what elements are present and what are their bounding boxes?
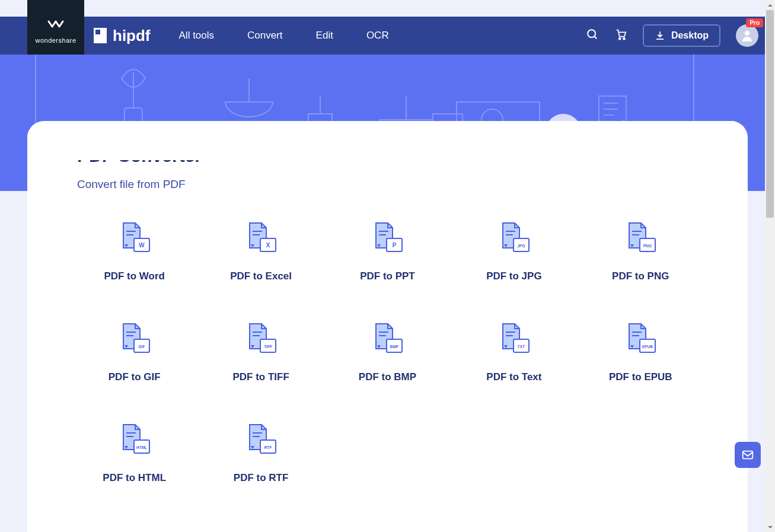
- brand-wondershare[interactable]: wondershare: [27, 0, 84, 55]
- desktop-button-label: Desktop: [671, 30, 709, 41]
- tool-pdf-to-text[interactable]: TXT PDF to Text: [457, 320, 571, 383]
- svg-text:BMP: BMP: [390, 345, 399, 349]
- tool-icon-pdf-to-ppt: P: [369, 219, 406, 255]
- scroll-thumb[interactable]: [766, 10, 774, 218]
- svg-text:X: X: [266, 242, 270, 249]
- avatar-icon: [740, 28, 754, 43]
- svg-point-2: [588, 30, 595, 37]
- tool-label: PDF to Word: [104, 270, 165, 282]
- tool-label: PDF to Text: [486, 371, 541, 383]
- tool-pdf-to-jpg[interactable]: JPG PDF to JPG: [457, 219, 571, 282]
- tool-label: PDF to HTML: [103, 472, 166, 484]
- svg-text:TXT: TXT: [518, 345, 525, 349]
- hipdf-logo-icon: [94, 28, 107, 43]
- svg-text:P: P: [393, 242, 397, 249]
- tool-icon-pdf-to-word: W: [116, 219, 153, 255]
- scrollbar[interactable]: [765, 0, 775, 532]
- tool-pdf-to-ppt[interactable]: P PDF to PPT: [330, 219, 445, 282]
- tool-pdf-to-rtf[interactable]: RTF PDF to RTF: [203, 421, 318, 484]
- scroll-up-arrow[interactable]: [765, 0, 775, 10]
- tool-label: PDF to PPT: [360, 270, 415, 282]
- download-icon: [655, 30, 665, 41]
- svg-point-6: [745, 31, 750, 36]
- cart-icon[interactable]: [614, 28, 627, 43]
- svg-point-5: [623, 38, 625, 40]
- svg-text:GIF: GIF: [138, 345, 145, 349]
- tool-label: PDF to RTF: [234, 472, 289, 484]
- header: hipdf All tools Convert Edit OCR Desktop: [0, 17, 775, 55]
- svg-text:EPUB: EPUB: [642, 345, 653, 349]
- scroll-down-arrow[interactable]: [765, 522, 775, 532]
- avatar[interactable]: Pro: [736, 24, 758, 47]
- svg-text:TIFF: TIFF: [264, 345, 272, 349]
- tool-icon-pdf-to-bmp: BMP: [369, 320, 406, 356]
- tool-pdf-to-word[interactable]: W PDF to Word: [77, 219, 192, 282]
- svg-text:RTF: RTF: [264, 445, 272, 450]
- page-subtitle: Convert file from PDF: [77, 178, 698, 191]
- svg-line-3: [594, 36, 597, 39]
- page-title: PDF Converter: [77, 146, 698, 166]
- tool-label: PDF to JPG: [486, 270, 542, 282]
- hipdf-logo[interactable]: hipdf: [94, 27, 151, 45]
- tool-pdf-to-html[interactable]: HTML PDF to HTML: [77, 421, 192, 484]
- svg-text:HTML: HTML: [136, 445, 147, 450]
- nav-convert[interactable]: Convert: [247, 30, 283, 42]
- tool-label: PDF to PNG: [612, 270, 669, 282]
- tool-icon-pdf-to-rtf: RTF: [243, 421, 279, 457]
- brand-label: wondershare: [35, 37, 76, 44]
- tool-pdf-to-png[interactable]: PNG PDF to PNG: [583, 219, 698, 282]
- main-nav: All tools Convert Edit OCR: [179, 30, 389, 42]
- tool-icon-pdf-to-text: TXT: [496, 320, 532, 356]
- tool-label: PDF to TIFF: [232, 371, 289, 383]
- tool-pdf-to-excel[interactable]: X PDF to Excel: [203, 219, 318, 282]
- tool-pdf-to-bmp[interactable]: BMP PDF to BMP: [330, 320, 445, 383]
- tool-label: PDF to Excel: [230, 270, 292, 282]
- tool-icon-pdf-to-gif: GIF: [116, 320, 153, 356]
- desktop-download-button[interactable]: Desktop: [643, 24, 720, 47]
- nav-edit[interactable]: Edit: [316, 30, 333, 42]
- svg-text:W: W: [139, 242, 145, 249]
- feedback-button[interactable]: [735, 442, 761, 468]
- tool-icon-pdf-to-epub: EPUB: [622, 320, 659, 356]
- tool-icon-pdf-to-html: HTML: [116, 421, 153, 457]
- search-icon[interactable]: [586, 28, 599, 43]
- svg-rect-75: [743, 451, 753, 459]
- tool-pdf-to-gif[interactable]: GIF PDF to GIF: [77, 320, 192, 383]
- hipdf-logo-text: hipdf: [113, 27, 151, 45]
- tool-pdf-to-tiff[interactable]: TIFF PDF to TIFF: [203, 320, 318, 383]
- tool-label: PDF to BMP: [359, 371, 416, 383]
- pro-badge: Pro: [746, 18, 763, 27]
- tool-icon-pdf-to-png: PNG: [622, 219, 659, 255]
- tool-pdf-to-epub[interactable]: EPUB PDF to EPUB: [583, 320, 698, 383]
- svg-text:JPG: JPG: [517, 244, 525, 248]
- tools-grid: W PDF to Word X PDF to Excel P PDF t: [77, 219, 698, 484]
- nav-all-tools[interactable]: All tools: [179, 30, 215, 42]
- mail-icon: [741, 448, 754, 461]
- tool-icon-pdf-to-tiff: TIFF: [243, 320, 279, 356]
- svg-text:PNG: PNG: [643, 244, 652, 248]
- svg-point-4: [619, 38, 621, 40]
- tool-icon-pdf-to-jpg: JPG: [496, 219, 532, 255]
- content-card: PDF Converter Convert file from PDF W PD…: [27, 121, 748, 532]
- tool-label: PDF to GIF: [109, 371, 161, 383]
- wondershare-logo-icon: [47, 19, 65, 32]
- svg-rect-1: [95, 30, 100, 34]
- tool-icon-pdf-to-excel: X: [243, 219, 279, 255]
- tool-label: PDF to EPUB: [609, 371, 672, 383]
- nav-ocr[interactable]: OCR: [366, 30, 389, 42]
